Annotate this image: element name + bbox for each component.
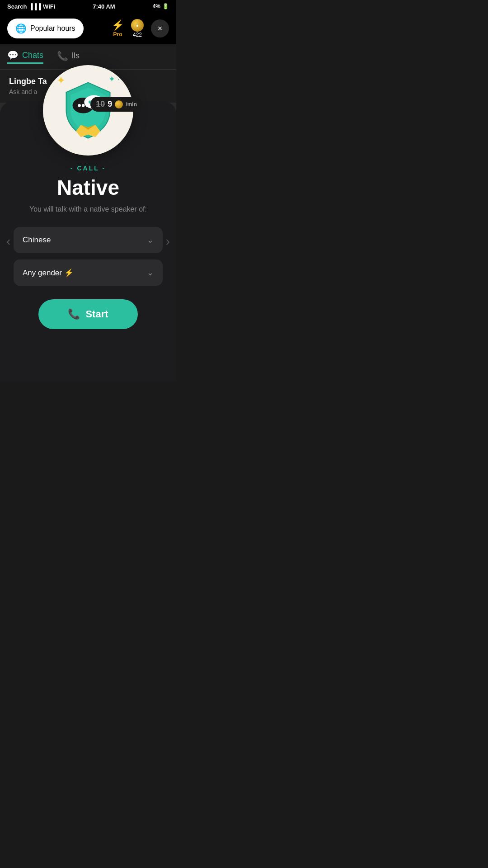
phone-call-icon: 📞 bbox=[68, 308, 80, 320]
tab-calls-label: lls bbox=[72, 51, 80, 61]
coin-icon: ● bbox=[131, 19, 144, 32]
close-icon: × bbox=[158, 24, 163, 33]
gender-selected: Any gender ⚡ bbox=[23, 268, 74, 278]
modal-content: - CALL - Native You will talk with a nat… bbox=[0, 156, 176, 329]
status-bar: Search ▐▐▐ WiFi 7:40 AM 4% 🔋 bbox=[0, 0, 176, 13]
time-display: 7:40 AM bbox=[93, 3, 115, 10]
pro-button[interactable]: ⚡ Pro bbox=[112, 19, 124, 38]
gender-dropdown[interactable]: Any gender ⚡ ⌄ bbox=[14, 259, 163, 286]
deco-stars: ✦ bbox=[56, 74, 66, 87]
deco-dots-teal: ✦ · bbox=[108, 74, 120, 84]
carrier-text: Search bbox=[7, 3, 27, 10]
illustration-container: ✦ ✦ · bbox=[0, 65, 176, 156]
modal-title: Native bbox=[14, 175, 163, 200]
lightning-icon: ⚡ bbox=[112, 19, 124, 31]
illustration-wrapper: ✦ ✦ · bbox=[43, 65, 133, 156]
popular-hours-label: Popular hours bbox=[30, 24, 75, 33]
tab-calls[interactable]: 📞 lls bbox=[57, 51, 80, 63]
start-button-label: Start bbox=[85, 308, 108, 320]
globe-icon: 🌐 bbox=[15, 23, 27, 34]
tab-chats[interactable]: 💬 Chats bbox=[7, 50, 43, 64]
start-button[interactable]: 📞 Start bbox=[38, 299, 138, 329]
pro-label: Pro bbox=[113, 31, 122, 38]
nav-left-arrow[interactable]: ‹ bbox=[6, 234, 10, 249]
battery-percent: 4% bbox=[153, 3, 160, 9]
coin-count: 422 bbox=[133, 32, 142, 38]
svg-point-4 bbox=[86, 104, 89, 107]
modal-subtitle: You will talk with a native speaker of: bbox=[14, 205, 163, 213]
battery-icon: 🔋 bbox=[162, 3, 169, 9]
nav-right-arrow[interactable]: › bbox=[166, 234, 170, 249]
language-dropdown[interactable]: Chinese ⌄ bbox=[14, 227, 163, 253]
tab-chats-label: Chats bbox=[22, 51, 43, 60]
status-right: 4% 🔋 bbox=[153, 3, 169, 9]
gender-chevron-icon: ⌄ bbox=[147, 268, 154, 278]
phone-icon: 📞 bbox=[57, 51, 68, 61]
price-new: 9 bbox=[108, 99, 112, 109]
popular-hours-button[interactable]: 🌐 Popular hours bbox=[7, 19, 84, 38]
top-bar: 🌐 Popular hours ⚡ Pro ● 422 × bbox=[0, 13, 176, 44]
language-selected: Chinese bbox=[23, 236, 51, 245]
svg-point-2 bbox=[78, 104, 80, 107]
svg-point-3 bbox=[82, 104, 84, 107]
per-min-label: /min bbox=[126, 101, 137, 108]
chat-icon: 💬 bbox=[7, 50, 19, 61]
signal-icon: ▐▐▐ bbox=[28, 3, 41, 10]
price-badge: 10 9 /min bbox=[90, 97, 142, 112]
language-chevron-icon: ⌄ bbox=[147, 235, 154, 245]
wifi-icon: WiFi bbox=[43, 3, 55, 10]
top-right-icons: ⚡ Pro ● 422 × bbox=[112, 19, 169, 38]
status-left: Search ▐▐▐ WiFi bbox=[7, 3, 55, 10]
close-button[interactable]: × bbox=[151, 19, 169, 38]
price-original: 10 bbox=[96, 99, 105, 109]
coin-button[interactable]: ● 422 bbox=[131, 19, 144, 38]
modal-sheet: ✦ ✦ · bbox=[0, 101, 176, 382]
coin-small-icon bbox=[115, 100, 123, 108]
call-label: - CALL - bbox=[14, 165, 163, 172]
